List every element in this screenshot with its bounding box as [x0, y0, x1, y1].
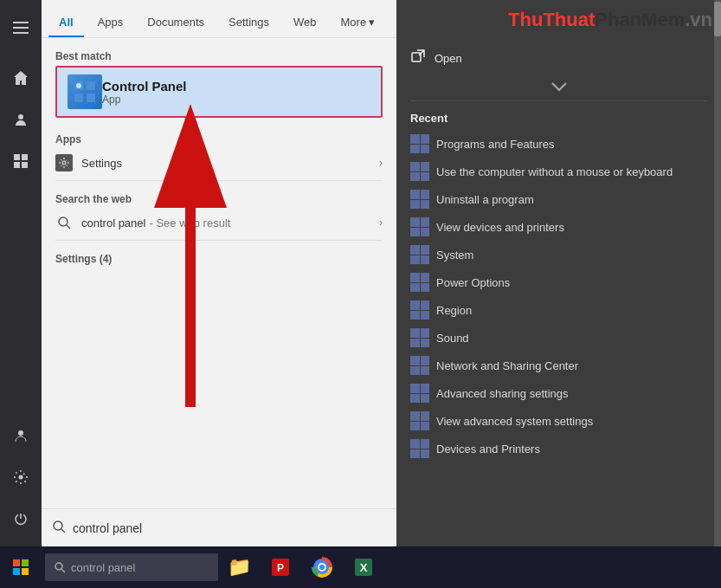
- no-mouse-icon: [410, 162, 429, 181]
- view-devices-icon: [410, 217, 429, 236]
- taskbar-search-text: control panel: [71, 561, 135, 574]
- svg-rect-4: [14, 154, 20, 160]
- divider-2: [55, 240, 383, 241]
- recent-item-region[interactable]: Region: [403, 296, 714, 324]
- settings-result-label: Settings: [81, 157, 122, 170]
- watermark: ThuThuatPhanMem.vn: [508, 9, 712, 31]
- taskbar-excel[interactable]: X: [343, 546, 384, 588]
- tab-documents[interactable]: Documents: [137, 9, 215, 37]
- svg-rect-25: [13, 568, 20, 575]
- recent-item-uninstall[interactable]: Uninstall a program: [403, 185, 714, 213]
- recent-item-system[interactable]: System: [403, 241, 714, 268]
- recent-item-sound[interactable]: Sound: [403, 324, 714, 352]
- svg-rect-11: [87, 81, 95, 90]
- search-input[interactable]: [73, 521, 386, 535]
- taskbar-pinned-app-1[interactable]: P: [260, 546, 301, 588]
- web-search-label: Search the web: [42, 184, 396, 209]
- taskbar-search-bar[interactable]: control panel: [45, 553, 218, 581]
- open-icon: [410, 48, 426, 68]
- best-match-item[interactable]: Control Panel App: [55, 66, 383, 118]
- settings-icon[interactable]: [0, 456, 42, 498]
- taskbar-chrome[interactable]: [301, 546, 343, 588]
- svg-line-17: [67, 225, 70, 229]
- scrollbar-thumb[interactable]: [714, 2, 721, 36]
- recent-item-programs[interactable]: Programs and Features: [403, 130, 714, 158]
- svg-point-16: [59, 217, 68, 226]
- svg-point-18: [54, 521, 62, 530]
- search-results-panel: All Apps Documents Settings Web More ▾ B…: [42, 0, 396, 546]
- start-menu: All Apps Documents Settings Web More ▾ B…: [0, 0, 721, 546]
- right-panel-scroll[interactable]: Open Recent Programs and Features Use th…: [396, 0, 721, 546]
- settings-result-icon: [55, 154, 73, 171]
- recent-item-power[interactable]: Power Options: [403, 268, 714, 296]
- recent-item-advanced-sharing[interactable]: Advanced sharing settings: [403, 379, 714, 407]
- apps-icon[interactable]: [0, 140, 42, 182]
- tab-apps[interactable]: Apps: [87, 9, 134, 37]
- recent-item-network[interactable]: Network and Sharing Center: [403, 352, 714, 379]
- collapse-button[interactable]: [544, 76, 575, 97]
- scrollbar-track[interactable]: [714, 0, 721, 546]
- open-label: Open: [435, 52, 462, 65]
- svg-rect-1: [13, 27, 29, 29]
- web-search-text: control panel: [81, 216, 145, 229]
- tab-settings[interactable]: Settings: [218, 9, 280, 37]
- svg-point-14: [76, 83, 81, 88]
- taskbar-file-explorer[interactable]: 📁: [218, 546, 260, 588]
- devices-printers-icon: [410, 439, 429, 458]
- recent-item-advanced-system[interactable]: View advanced system settings: [403, 407, 714, 435]
- search-icon: [52, 520, 66, 536]
- recent-item-devices-printers[interactable]: Devices and Printers: [403, 435, 714, 462]
- settings-count-label: Settings (4): [42, 244, 396, 268]
- tab-all[interactable]: All: [48, 9, 84, 37]
- user-icon[interactable]: [0, 415, 42, 456]
- start-button[interactable]: [0, 546, 42, 588]
- search-web-icon: [55, 214, 73, 231]
- svg-point-9: [19, 475, 23, 480]
- right-divider-1: [410, 100, 707, 101]
- svg-line-19: [61, 529, 65, 533]
- apps-label: Apps: [42, 125, 396, 149]
- settings-result-item[interactable]: Settings ›: [42, 149, 396, 177]
- search-bar: [42, 508, 396, 546]
- svg-point-3: [18, 114, 23, 120]
- svg-text:P: P: [277, 562, 284, 574]
- right-panel: ThuThuatPhanMem.vn Open: [396, 0, 721, 546]
- open-action[interactable]: Open: [403, 43, 714, 73]
- svg-text:X: X: [360, 561, 368, 574]
- power-icon[interactable]: [0, 498, 42, 540]
- tab-more[interactable]: More ▾: [331, 9, 386, 37]
- web-arrow-icon: ›: [379, 216, 383, 229]
- search-tabs: All Apps Documents Settings Web More ▾: [42, 0, 396, 38]
- svg-rect-2: [13, 32, 29, 34]
- advanced-system-icon: [410, 411, 429, 430]
- network-icon: [410, 356, 429, 375]
- best-match-type: App: [102, 94, 187, 106]
- tab-web[interactable]: Web: [283, 9, 327, 37]
- region-icon: [410, 300, 429, 320]
- svg-rect-26: [22, 568, 29, 575]
- svg-rect-5: [22, 154, 28, 160]
- svg-rect-24: [22, 559, 29, 566]
- contact-icon[interactable]: [0, 99, 42, 140]
- recent-label: Recent: [403, 105, 714, 130]
- sound-icon: [410, 328, 429, 347]
- home-icon[interactable]: [0, 57, 42, 99]
- taskbar: control panel 📁 P X: [0, 546, 721, 588]
- sidebar: [0, 0, 42, 546]
- power-options-icon: [410, 273, 429, 292]
- programs-icon: [410, 134, 429, 153]
- recent-item-no-mouse[interactable]: Use the computer without a mouse or keyb…: [403, 158, 714, 185]
- svg-point-8: [18, 430, 23, 436]
- svg-line-28: [62, 570, 66, 573]
- system-icon: [410, 245, 429, 264]
- hamburger-menu-icon[interactable]: [0, 7, 42, 48]
- svg-rect-7: [22, 162, 28, 168]
- svg-rect-13: [87, 94, 95, 102]
- web-search-item[interactable]: control panel - See web result ›: [42, 209, 396, 236]
- best-match-name: Control Panel: [102, 79, 187, 94]
- control-panel-icon: [68, 74, 102, 109]
- svg-rect-23: [13, 559, 20, 566]
- arrow-right-icon: ›: [379, 157, 383, 169]
- divider-1: [55, 180, 383, 181]
- recent-item-view-devices[interactable]: View devices and printers: [403, 213, 714, 241]
